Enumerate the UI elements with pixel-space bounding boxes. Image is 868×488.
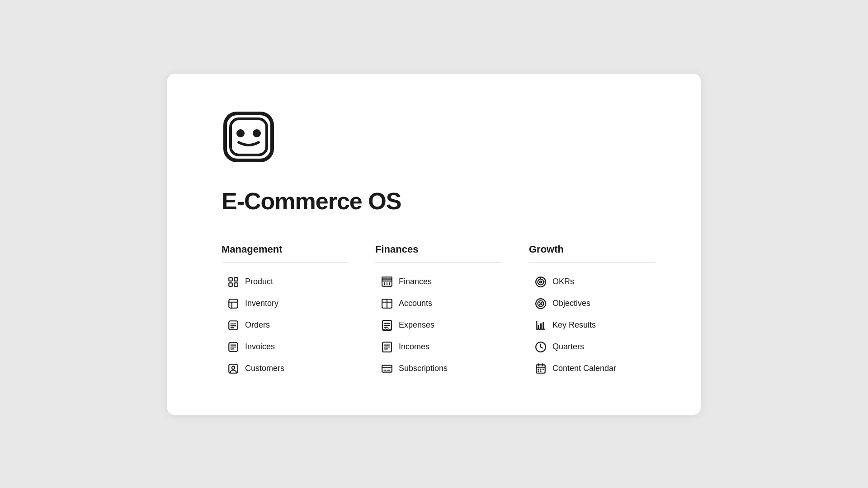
doc-icon — [227, 341, 240, 353]
person-icon — [227, 362, 240, 375]
section-title-growth: Growth — [529, 244, 656, 263]
svg-point-2 — [236, 129, 245, 137]
nav-item-key-results[interactable]: Key Results — [529, 315, 656, 335]
app-logo — [222, 110, 276, 164]
grid-icon — [227, 276, 240, 288]
nav-item-subscriptions[interactable]: Subscriptions — [375, 359, 502, 379]
nav-item-label-accounts: Accounts — [399, 299, 432, 308]
nav-item-label-objectives: Objectives — [552, 299, 590, 308]
nav-item-accounts[interactable]: Accounts — [375, 294, 502, 314]
nav-item-label-product: Product — [245, 277, 273, 286]
svg-rect-6 — [229, 283, 232, 286]
svg-point-44 — [540, 281, 542, 282]
svg-rect-55 — [542, 322, 544, 329]
nav-item-invoices[interactable]: Invoices — [222, 337, 348, 357]
svg-point-43 — [538, 279, 544, 285]
nav-item-quarters[interactable]: Quarters — [529, 337, 656, 357]
income-icon — [381, 341, 393, 353]
bank-icon — [381, 276, 393, 288]
app-title: E-Commerce OS — [222, 188, 665, 215]
main-card: E-Commerce OS Management Product Invento… — [167, 74, 701, 415]
nav-item-objectives[interactable]: Objectives — [529, 294, 656, 314]
section-items-management: Product Inventory Orders Invoices Custom… — [222, 272, 348, 379]
svg-point-3 — [253, 129, 261, 137]
nav-item-expenses[interactable]: Expenses — [375, 315, 502, 335]
svg-rect-8 — [229, 299, 238, 308]
svg-rect-7 — [234, 283, 238, 286]
svg-rect-23 — [382, 277, 392, 279]
nav-item-content-calendar[interactable]: Content Calendar — [529, 359, 656, 379]
nav-item-label-incomes: Incomes — [399, 342, 429, 352]
box-icon — [227, 297, 240, 310]
section-management: Management Product Inventory Orders Invo… — [222, 244, 357, 379]
section-title-management: Management — [222, 244, 348, 263]
nav-item-label-quarters: Quarters — [552, 342, 584, 352]
nav-item-label-okrs: OKRs — [552, 277, 574, 286]
nav-item-customers[interactable]: Customers — [222, 359, 348, 379]
svg-rect-1 — [231, 119, 267, 155]
nav-item-product[interactable]: Product — [222, 272, 348, 292]
svg-rect-4 — [229, 277, 232, 281]
section-items-growth: OKRs Objectives Key Results Quarters Con… — [529, 272, 656, 379]
nav-item-label-expenses: Expenses — [399, 320, 434, 330]
nav-item-label-invoices: Invoices — [245, 342, 275, 352]
target-icon — [534, 276, 547, 288]
nav-item-label-key-results: Key Results — [552, 320, 596, 330]
receipt-icon — [381, 319, 393, 332]
calendar-icon — [534, 362, 547, 375]
nav-item-okrs[interactable]: OKRs — [529, 272, 656, 292]
section-title-finances: Finances — [375, 244, 502, 263]
logo-container — [222, 110, 665, 166]
svg-rect-5 — [234, 277, 238, 281]
svg-rect-53 — [538, 325, 539, 329]
nav-item-inventory[interactable]: Inventory — [222, 294, 348, 314]
section-items-finances: Finances Accounts Expenses Incomes Subsc… — [375, 272, 502, 379]
nav-item-incomes[interactable]: Incomes — [375, 337, 502, 357]
nav-item-finances[interactable]: Finances — [375, 272, 502, 292]
sections-grid: Management Product Inventory Orders Invo… — [222, 244, 665, 379]
nav-item-orders[interactable]: Orders — [222, 315, 348, 335]
nav-item-label-subscriptions: Subscriptions — [399, 364, 448, 373]
nav-item-label-inventory: Inventory — [245, 299, 278, 308]
svg-point-20 — [232, 366, 235, 369]
columns-icon — [381, 297, 393, 310]
nav-item-label-finances: Finances — [399, 277, 432, 286]
nav-item-label-content-calendar: Content Calendar — [552, 364, 616, 373]
list-icon — [227, 319, 240, 332]
svg-rect-38 — [382, 365, 392, 372]
bar-icon — [534, 319, 547, 332]
check-circle-icon — [534, 297, 547, 310]
section-finances: Finances Finances Accounts Expenses Inco… — [375, 244, 511, 379]
svg-rect-54 — [540, 323, 542, 329]
sub-icon — [381, 362, 393, 375]
section-growth: Growth OKRs Objectives Key Results Quart… — [529, 244, 665, 379]
nav-item-label-customers: Customers — [245, 364, 284, 373]
clock-icon — [534, 341, 547, 353]
nav-item-label-orders: Orders — [245, 320, 270, 330]
